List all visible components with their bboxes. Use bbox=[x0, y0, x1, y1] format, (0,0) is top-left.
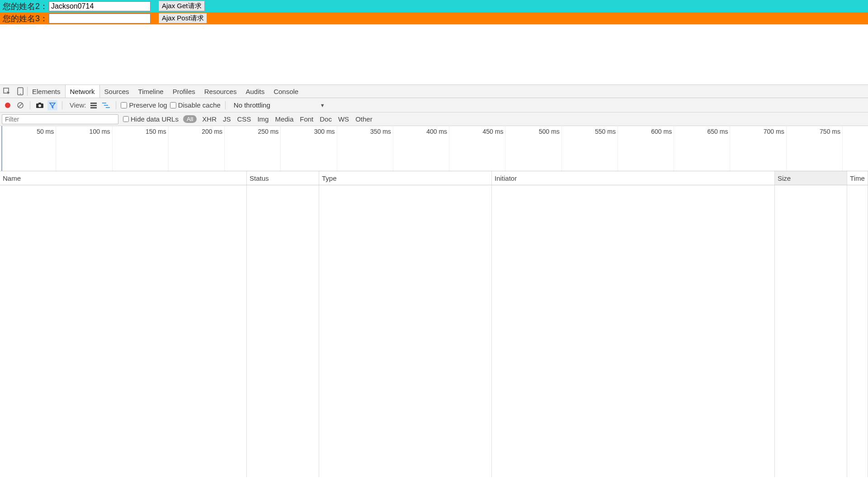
svg-line-5 bbox=[19, 103, 22, 107]
tick-label: 50 ms bbox=[37, 128, 54, 135]
toolbar-separator bbox=[116, 101, 116, 109]
svg-rect-7 bbox=[38, 103, 41, 104]
device-mode-icon[interactable] bbox=[14, 85, 27, 98]
timeline-ticks: 50 ms 100 ms 150 ms 200 ms 250 ms 300 ms… bbox=[0, 126, 843, 171]
svg-rect-6 bbox=[36, 103, 43, 108]
tick-label: 300 ms bbox=[314, 128, 335, 135]
ajax-post-button[interactable]: Ajax Post请求 bbox=[159, 13, 207, 23]
preserve-log-label: Preserve log bbox=[129, 101, 167, 109]
network-filter-bar: Hide data URLs All XHR JS CSS Img Media … bbox=[0, 113, 868, 126]
label-name-2: 您的姓名2： bbox=[0, 1, 49, 12]
filter-ws[interactable]: WS bbox=[337, 115, 350, 123]
filter-other[interactable]: Other bbox=[354, 115, 373, 123]
filter-font[interactable]: Font bbox=[299, 115, 314, 123]
column-time[interactable]: Time bbox=[847, 171, 868, 185]
disable-cache-input[interactable] bbox=[170, 102, 176, 108]
hide-data-urls-checkbox[interactable]: Hide data URLs bbox=[123, 115, 179, 123]
tick-label: 700 ms bbox=[764, 128, 784, 135]
grid-col-size bbox=[775, 185, 847, 477]
svg-rect-9 bbox=[90, 103, 97, 104]
filter-xhr[interactable]: XHR bbox=[201, 115, 217, 123]
preserve-log-checkbox[interactable]: Preserve log bbox=[121, 101, 167, 109]
filter-media[interactable]: Media bbox=[274, 115, 294, 123]
timeline-overview[interactable]: 50 ms 100 ms 150 ms 200 ms 250 ms 300 ms… bbox=[0, 126, 868, 171]
name-2-input[interactable] bbox=[49, 1, 151, 11]
tab-sources[interactable]: Sources bbox=[100, 85, 134, 98]
filter-all-pill[interactable]: All bbox=[183, 115, 197, 123]
tick-label: 450 ms bbox=[482, 128, 503, 135]
tick-label: 750 ms bbox=[820, 128, 840, 135]
filter-toggle-icon[interactable] bbox=[47, 100, 57, 110]
throttling-dropdown[interactable]: No throttling ▼ bbox=[234, 101, 325, 109]
network-grid-body bbox=[0, 185, 868, 477]
chevron-down-icon: ▼ bbox=[320, 103, 325, 108]
grid-col-status bbox=[247, 185, 319, 477]
large-rows-icon[interactable] bbox=[89, 100, 99, 110]
waterfall-view-icon[interactable] bbox=[101, 100, 111, 110]
column-size[interactable]: Size bbox=[775, 171, 847, 185]
filter-js[interactable]: JS bbox=[222, 115, 232, 123]
svg-rect-13 bbox=[104, 105, 108, 106]
svg-rect-1 bbox=[18, 88, 23, 95]
hide-data-urls-input[interactable] bbox=[123, 116, 129, 122]
svg-rect-12 bbox=[102, 103, 106, 103]
page-blank-area bbox=[0, 24, 868, 84]
grid-col-time bbox=[847, 185, 868, 477]
tick-label: 550 ms bbox=[595, 128, 616, 135]
column-name[interactable]: Name bbox=[0, 171, 247, 185]
filter-doc[interactable]: Doc bbox=[319, 115, 333, 123]
tick-label: 100 ms bbox=[90, 128, 110, 135]
preserve-log-input[interactable] bbox=[121, 102, 127, 108]
view-label: View: bbox=[70, 101, 86, 109]
tick-label: 150 ms bbox=[146, 128, 166, 135]
form-row-post: 您的姓名3： Ajax Post请求 bbox=[0, 12, 868, 24]
svg-point-3 bbox=[5, 103, 10, 108]
network-toolbar: View: Preserve log Disable cache No thro… bbox=[0, 98, 868, 113]
tab-console[interactable]: Console bbox=[269, 85, 303, 98]
capture-screenshots-icon[interactable] bbox=[35, 100, 45, 110]
grid-col-type bbox=[319, 185, 492, 477]
devtools-panel: Elements Network Sources Timeline Profil… bbox=[0, 84, 868, 477]
disable-cache-label: Disable cache bbox=[178, 101, 221, 109]
tab-timeline[interactable]: Timeline bbox=[134, 85, 168, 98]
tab-elements[interactable]: Elements bbox=[28, 85, 65, 98]
tab-profiles[interactable]: Profiles bbox=[168, 85, 200, 98]
devtools-tabs: Elements Network Sources Timeline Profil… bbox=[0, 85, 868, 98]
tick-label: 600 ms bbox=[651, 128, 672, 135]
hide-data-urls-label: Hide data URLs bbox=[131, 115, 179, 123]
svg-point-2 bbox=[20, 94, 21, 94]
record-icon[interactable] bbox=[3, 100, 13, 110]
tick-label: 500 ms bbox=[539, 128, 560, 135]
svg-point-4 bbox=[18, 103, 23, 108]
toolbar-separator bbox=[62, 101, 62, 109]
svg-rect-14 bbox=[106, 107, 110, 108]
tab-resources[interactable]: Resources bbox=[200, 85, 241, 98]
tick-label: 650 ms bbox=[708, 128, 728, 135]
toolbar-separator bbox=[225, 101, 226, 109]
filter-css[interactable]: CSS bbox=[236, 115, 252, 123]
toolbar-separator bbox=[30, 101, 30, 109]
filter-input[interactable] bbox=[2, 114, 118, 124]
grid-col-initiator bbox=[492, 185, 775, 477]
inspect-element-icon[interactable] bbox=[0, 85, 14, 98]
column-initiator[interactable]: Initiator bbox=[492, 171, 775, 185]
tab-audits[interactable]: Audits bbox=[241, 85, 269, 98]
column-type[interactable]: Type bbox=[319, 171, 492, 185]
svg-rect-10 bbox=[90, 105, 97, 106]
network-grid-header: Name Status Type Initiator Size Time bbox=[0, 171, 868, 185]
filter-img[interactable]: Img bbox=[256, 115, 269, 123]
column-status[interactable]: Status bbox=[247, 171, 319, 185]
disable-cache-checkbox[interactable]: Disable cache bbox=[170, 101, 221, 109]
svg-rect-11 bbox=[90, 107, 97, 108]
tick-label: 200 ms bbox=[202, 128, 222, 135]
tab-network[interactable]: Network bbox=[65, 85, 100, 98]
tick-label: 400 ms bbox=[426, 128, 447, 135]
tick-label: 250 ms bbox=[258, 128, 278, 135]
clear-icon[interactable] bbox=[15, 100, 25, 110]
throttling-value: No throttling bbox=[234, 101, 270, 109]
grid-col-name bbox=[0, 185, 247, 477]
ajax-get-button[interactable]: Ajax Get请求 bbox=[159, 1, 205, 11]
label-name-3: 您的姓名3： bbox=[0, 13, 49, 24]
name-3-input[interactable] bbox=[49, 14, 151, 23]
form-row-get: 您的姓名2： Ajax Get请求 bbox=[0, 0, 868, 12]
